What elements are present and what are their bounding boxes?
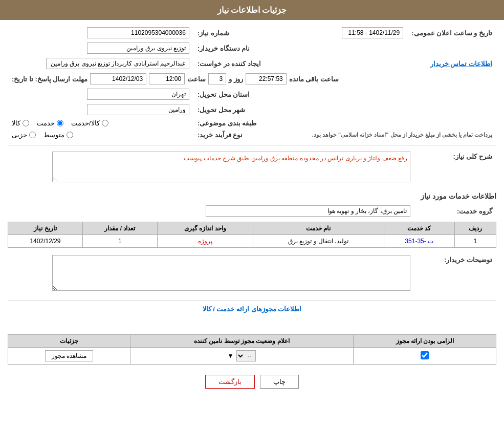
table-row: 1 ت -35-351 تولید، انتقال و توزیع برق پر… [8, 235, 496, 248]
purchase-option-medium[interactable]: متوسط [43, 131, 73, 139]
city-label: شهر محل تحویل: [193, 102, 275, 117]
requester-link[interactable]: اطلاعات تماس خریدار [430, 60, 492, 68]
service-group-input[interactable] [206, 205, 410, 217]
buyer-notes-label: توضیحات خریدار: [414, 253, 496, 294]
deadline-row: ساعت باقی مانده روز و ساعت مهلت ارسال پا… [12, 73, 492, 84]
requester-input[interactable] [46, 58, 189, 69]
buyer-org-input[interactable] [87, 42, 189, 54]
separator-1 [8, 145, 496, 145]
buyer-org-label: نام دستگاه خریدار: [193, 40, 275, 56]
status-select[interactable]: -- [236, 350, 256, 361]
col-name: نام خدمت [253, 222, 384, 235]
license-header-row: الزامی بودن ارائه مجوز اعلام وضعیت مجوز … [8, 335, 496, 348]
description-label: شرح کلی نیاز: [414, 150, 496, 186]
services-data-table: ردیف کد خدمت نام خدمت واحد اندازه گیری ت… [8, 222, 496, 248]
radio-partial[interactable] [29, 132, 36, 138]
row-buyer-org: نام دستگاه خریدار: [8, 40, 496, 56]
category-option-kala-khedmat[interactable]: کالا/خدمت [71, 119, 108, 127]
buyer-notes-table: توضیحات خریدار: [8, 253, 496, 294]
page-wrapper: جزئیات اطلاعات نیاز تاریخ و ساعت اعلان ع… [0, 0, 504, 448]
description-textarea[interactable] [52, 152, 410, 182]
main-content: تاریخ و ساعت اعلان عمومی: شماره نیاز: نا… [0, 20, 504, 394]
radio-medium[interactable] [67, 132, 73, 138]
days-label: روز و [229, 75, 243, 83]
purchase-type-label: نوع فرآیند خرید: [193, 129, 275, 141]
view-license-button[interactable]: مشاهده مجوز [45, 350, 93, 361]
remain-input[interactable] [246, 73, 287, 84]
province-input[interactable] [87, 89, 189, 100]
page-header: جزئیات اطلاعات نیاز [0, 0, 504, 20]
row-need-number: تاریخ و ساعت اعلان عمومی: شماره نیاز: [8, 25, 496, 40]
col-date: تاریخ نیاز [8, 222, 83, 235]
page-title: جزئیات اطلاعات نیاز [217, 6, 287, 14]
spacer [8, 316, 496, 331]
row-requester: اطلاعات تماس خریدار ایجاد کننده در خواست… [8, 56, 496, 71]
row-category: طبقه بندی موضوعی: کالا/خدمت خدمت [8, 117, 496, 129]
remain-label: ساعت باقی مانده [289, 75, 339, 83]
row-description: شرح کلی نیاز: [8, 150, 496, 186]
need-number-label: شماره نیاز: [193, 25, 275, 40]
license-table: الزامی بودن ارائه مجوز اعلام وضعیت مجوز … [8, 334, 496, 365]
col-details: جزئیات [8, 335, 130, 348]
city-input[interactable] [87, 104, 189, 115]
col-required: الزامی بودن ارائه مجوز [354, 335, 496, 348]
requester-label: ایجاد کننده در خواست: [193, 56, 275, 71]
days-input[interactable] [208, 73, 226, 84]
time-input[interactable] [149, 73, 185, 84]
radio-kala-khedmat[interactable] [102, 120, 108, 126]
category-label: طبقه بندی موضوعی: [193, 117, 275, 129]
announce-label: تاریخ و ساعت اعلان عمومی: [407, 25, 496, 40]
purchase-note: پرداخت تمام یا بخشی از مبلغ خریدار از مح… [286, 129, 496, 141]
time-label: ساعت [187, 75, 206, 83]
service-group-table: گروه خدمت: [8, 203, 496, 219]
row-city: شهر محل تحویل: [8, 102, 496, 117]
row-buyer-notes: توضیحات خریدار: [8, 253, 496, 294]
radio-khedmat[interactable] [57, 120, 63, 126]
col-status: اعلام وضعیت مجوز توسط نامین کننده [130, 335, 354, 348]
info-table: تاریخ و ساعت اعلان عمومی: شماره نیاز: نا… [8, 25, 496, 141]
service-group-label: گروه خدمت: [414, 203, 496, 219]
services-header-row: ردیف کد خدمت نام خدمت واحد اندازه گیری ت… [8, 222, 496, 235]
purchase-type-radio-group: متوسط جزیی [12, 131, 189, 139]
description-wrapper [52, 152, 410, 184]
category-option-khedmat[interactable]: خدمت [37, 119, 63, 127]
category-radio-group: کالا/خدمت خدمت کالا [12, 119, 189, 127]
col-qty: تعداد / مقدار [82, 222, 157, 235]
col-code: کد خدمت [384, 222, 454, 235]
list-item: -- ▼ مشاهده مجوز [8, 348, 496, 365]
required-checkbox[interactable] [421, 351, 429, 359]
bottom-buttons: چاپ بازگشت [8, 375, 496, 389]
row-service-group: گروه خدمت: [8, 203, 496, 219]
announce-input[interactable] [342, 27, 403, 38]
row-province: استان محل تحویل: [8, 87, 496, 102]
license-section-title: اطلاعات مجوزهای ارائه خدمت / کالا [8, 301, 496, 313]
buyer-notes-textarea[interactable] [52, 255, 410, 291]
need-number-input[interactable] [87, 27, 189, 38]
services-section-title: اطلاعات خدمات مورد نیاز [8, 192, 496, 200]
deadline-date-input[interactable] [90, 73, 146, 84]
deadline-label: مهلت ارسال پاسخ: تا تاریخ: [12, 75, 87, 83]
description-table: شرح کلی نیاز: [8, 150, 496, 186]
back-button[interactable]: بازگشت [205, 375, 255, 389]
purchase-option-partial[interactable]: جزیی [12, 131, 36, 139]
print-button[interactable]: چاپ [260, 375, 299, 389]
services-section: اطلاعات خدمات مورد نیاز گروه خدمت: ردیف [8, 192, 496, 294]
category-option-kala[interactable]: کالا [12, 119, 29, 127]
row-purchase-type: پرداخت تمام یا بخشی از مبلغ خریدار از مح… [8, 129, 496, 141]
col-row: ردیف [454, 222, 496, 235]
province-label: استان محل تحویل: [193, 87, 275, 102]
chevron-down-icon: ▼ [228, 352, 234, 359]
radio-kala[interactable] [23, 120, 29, 126]
row-deadline: ساعت باقی مانده روز و ساعت مهلت ارسال پا… [8, 71, 496, 87]
col-unit: واحد اندازه گیری [157, 222, 253, 235]
